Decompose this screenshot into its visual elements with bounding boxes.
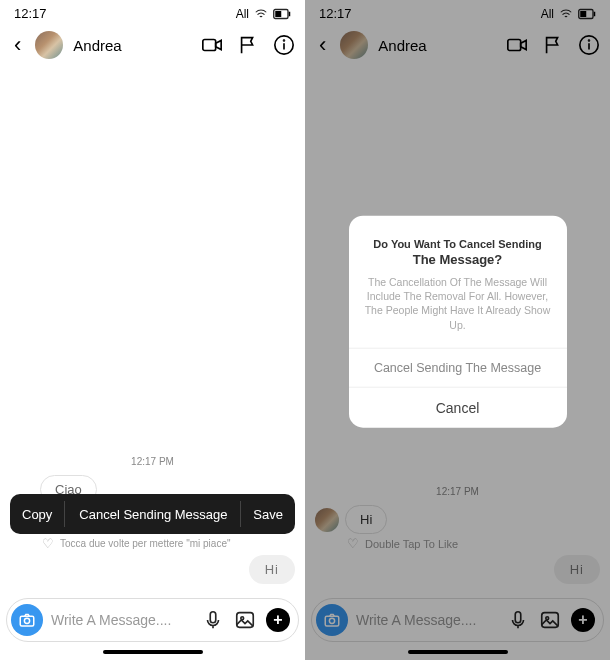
sent-bubble[interactable]: Hi	[249, 555, 295, 584]
received-row: Hi	[315, 505, 600, 534]
message-input-bar: Write A Message.... +	[311, 598, 604, 642]
contact-avatar[interactable]	[340, 31, 368, 59]
svg-rect-2	[289, 11, 291, 16]
plus-button[interactable]: +	[571, 608, 595, 632]
message-input[interactable]: Write A Message....	[356, 612, 499, 628]
svg-rect-15	[508, 40, 521, 51]
svg-rect-22	[542, 613, 559, 628]
dialog-title-line1: Do You Want To Cancel Sending	[361, 238, 555, 250]
status-right: All	[236, 7, 291, 21]
svg-point-18	[589, 40, 590, 41]
ctx-cancel-send[interactable]: Cancel Sending Message	[65, 497, 240, 532]
camera-icon	[18, 611, 36, 629]
dialog-message: The Cancellation Of The Message Will Inc…	[361, 275, 555, 332]
wifi-icon	[254, 7, 268, 21]
confirm-dialog: Do You Want To Cancel Sending The Messag…	[349, 216, 567, 428]
info-icon[interactable]	[273, 34, 295, 56]
dialog-primary-button[interactable]: Cancel Sending The Message	[349, 347, 567, 386]
chat-timestamp: 12:17 PM	[10, 456, 295, 467]
svg-rect-12	[579, 9, 593, 18]
svg-point-20	[329, 618, 334, 623]
status-time: 12:17	[319, 6, 352, 21]
home-indicator	[103, 650, 203, 654]
screen-left: 12:17 All ‹ Andrea 12:17 PM Ciao	[0, 0, 305, 660]
status-carrier: All	[236, 7, 249, 21]
like-hint-row: ♡ Double Tap To Like	[347, 536, 600, 551]
svg-point-8	[24, 618, 29, 623]
flag-icon[interactable]	[542, 34, 564, 56]
video-call-icon[interactable]	[201, 34, 223, 56]
home-indicator	[408, 650, 508, 654]
chat-timestamp: 12:17 PM	[315, 486, 600, 497]
back-button[interactable]: ‹	[315, 32, 330, 58]
heart-icon[interactable]: ♡	[347, 536, 359, 551]
ctx-copy[interactable]: Copy	[10, 497, 64, 532]
status-bar: 12:17 All	[0, 0, 305, 23]
camera-button[interactable]	[316, 604, 348, 636]
status-right: All	[541, 7, 596, 21]
like-hint-row: ♡ Tocca due volte per mettere "mi piace"	[42, 536, 295, 551]
info-icon[interactable]	[578, 34, 600, 56]
svg-rect-9	[210, 612, 216, 623]
context-menu: Copy Cancel Sending Message Save	[10, 494, 295, 534]
heart-icon[interactable]: ♡	[42, 536, 54, 551]
mic-icon[interactable]	[202, 609, 224, 631]
svg-rect-1	[275, 11, 281, 17]
camera-button[interactable]	[11, 604, 43, 636]
plus-button[interactable]: +	[266, 608, 290, 632]
svg-rect-21	[515, 612, 521, 623]
received-bubble[interactable]: Hi	[345, 505, 387, 534]
svg-rect-3	[203, 40, 216, 51]
contact-avatar[interactable]	[35, 31, 63, 59]
chat-body: 12:17 PM Ciao Copy Cancel Sending Messag…	[0, 67, 305, 594]
gallery-icon[interactable]	[234, 609, 256, 631]
screen-right: 12:17 All ‹ Andrea 12:17 PM Hi	[305, 0, 610, 660]
sent-row: Hi	[10, 555, 295, 584]
video-call-icon[interactable]	[506, 34, 528, 56]
svg-rect-14	[594, 11, 596, 16]
like-hint: Tocca due volte per mettere "mi piace"	[60, 538, 231, 549]
camera-icon	[323, 611, 341, 629]
status-bar: 12:17 All	[305, 0, 610, 23]
status-time: 12:17	[14, 6, 47, 21]
wifi-icon	[559, 7, 573, 21]
like-hint: Double Tap To Like	[365, 538, 458, 550]
chat-header: ‹ Andrea	[0, 23, 305, 67]
svg-rect-19	[325, 616, 339, 626]
msg-avatar	[315, 508, 339, 532]
dialog-body: Do You Want To Cancel Sending The Messag…	[349, 216, 567, 348]
sent-row: Hi	[315, 555, 600, 584]
svg-rect-10	[237, 613, 254, 628]
contact-name[interactable]: Andrea	[378, 37, 496, 54]
back-button[interactable]: ‹	[10, 32, 25, 58]
battery-icon	[273, 8, 291, 20]
svg-point-23	[546, 617, 549, 620]
sent-bubble[interactable]: Hi	[554, 555, 600, 584]
flag-icon[interactable]	[237, 34, 259, 56]
chat-header: ‹ Andrea	[305, 23, 610, 67]
status-carrier: All	[541, 7, 554, 21]
message-input-bar: Write A Message.... +	[6, 598, 299, 642]
svg-point-6	[284, 40, 285, 41]
gallery-icon[interactable]	[539, 609, 561, 631]
mic-icon[interactable]	[507, 609, 529, 631]
svg-point-16	[580, 36, 598, 54]
svg-rect-13	[580, 11, 586, 17]
battery-icon	[578, 8, 596, 20]
message-input[interactable]: Write A Message....	[51, 612, 194, 628]
contact-name[interactable]: Andrea	[73, 37, 191, 54]
ctx-save[interactable]: Save	[241, 497, 295, 532]
dialog-cancel-button[interactable]: Cancel	[349, 386, 567, 427]
dialog-title-line2: The Message?	[361, 252, 555, 267]
